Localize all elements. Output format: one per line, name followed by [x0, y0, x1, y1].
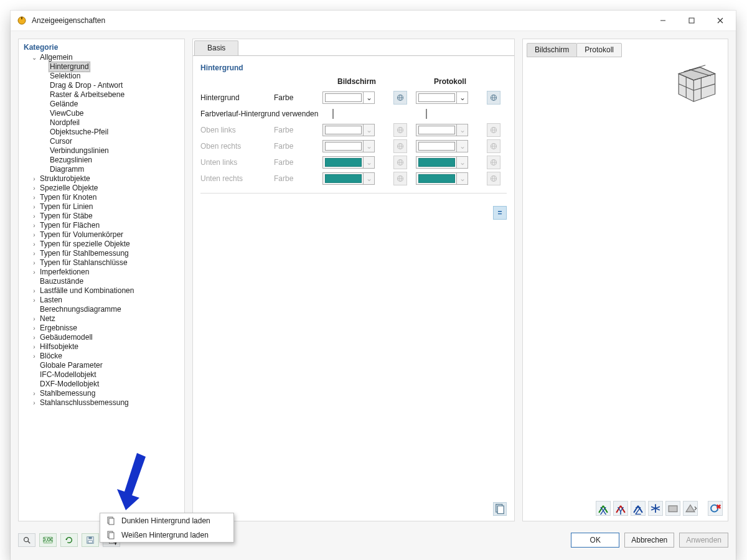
tree-item[interactable]: ›Netz — [19, 314, 184, 324]
chevron-down-icon: ⌄ — [363, 141, 374, 152]
checkbox-report[interactable] — [426, 109, 427, 119]
color-picker-screen[interactable]: ⌄ — [322, 91, 375, 104]
titlebar: Anzeigeeigenschaften — [11, 11, 736, 30]
tree-item[interactable]: Bezugslinien — [19, 156, 184, 165]
tree-item[interactable]: ›Typen für Flächen — [19, 221, 184, 230]
view-iso-button[interactable] — [648, 501, 663, 516]
row-type: Farbe — [274, 142, 322, 151]
tree-item[interactable]: Hintergrund — [19, 62, 184, 72]
tree-item[interactable]: Verbindungslinien — [19, 146, 184, 156]
tree-item[interactable]: ›Lasten — [19, 296, 184, 305]
refresh-button[interactable] — [60, 533, 78, 547]
chevron-right-icon[interactable]: › — [30, 389, 39, 398]
view-y-button[interactable]: Y — [613, 501, 628, 516]
tree-item[interactable]: ›Ergebnisse — [19, 324, 184, 333]
tree-item[interactable]: Cursor — [19, 137, 184, 146]
preview-tab-screen[interactable]: Bildschirm — [527, 43, 577, 57]
web-color-button-screen[interactable] — [393, 91, 407, 105]
reset-view-button[interactable] — [708, 501, 723, 516]
menu-item-white-bg[interactable]: Weißen Hintergrund laden — [100, 528, 233, 542]
chevron-right-icon[interactable]: › — [30, 174, 39, 184]
tree-item[interactable]: ›Typen für Stahlanschlüsse — [19, 258, 184, 268]
tree-item-label: Bezugslinien — [49, 156, 93, 165]
tree-item[interactable]: ›Gebäudemodell — [19, 333, 184, 342]
chevron-down-icon[interactable]: ⌄ — [30, 53, 39, 62]
chevron-right-icon[interactable]: › — [30, 212, 39, 221]
tree-item[interactable]: ›Strukturobjekte — [19, 174, 184, 184]
tree-item[interactable]: ›Typen für Linien — [19, 202, 184, 212]
tree-item[interactable]: ›Typen für Stäbe — [19, 212, 184, 221]
view-mode-grey1-button[interactable] — [665, 501, 680, 516]
tree-item[interactable]: Raster & Arbeitsebene — [19, 90, 184, 100]
chevron-right-icon[interactable]: › — [30, 352, 39, 361]
row-label: Unten links — [200, 158, 274, 167]
tree-item[interactable]: Globale Parameter — [19, 361, 184, 370]
preview-tab-report[interactable]: Protokoll — [576, 43, 622, 57]
tree-item[interactable]: Berechnungsdiagramme — [19, 305, 184, 314]
chevron-right-icon[interactable]: › — [30, 184, 39, 193]
tree-item[interactable]: DXF-Modellobjekt — [19, 380, 184, 389]
tree-item[interactable]: IFC-Modellobjekt — [19, 370, 184, 380]
tree-item[interactable]: ›Typen für spezielle Objekte — [19, 240, 184, 249]
tree-item[interactable]: ›Hilfsobjekte — [19, 342, 184, 352]
color-picker-report[interactable]: ⌄ — [416, 91, 468, 104]
tree-item[interactable]: ›Typen für Knoten — [19, 193, 184, 202]
chevron-right-icon[interactable]: › — [30, 286, 39, 296]
apply-button[interactable]: Anwenden — [679, 533, 728, 548]
tree-item-label: Typen für Flächen — [39, 221, 101, 230]
tree-item[interactable]: ›Lastfälle und Kombinationen — [19, 286, 184, 296]
chevron-right-icon[interactable]: › — [30, 240, 39, 249]
tree-item[interactable]: ›Imperfektionen — [19, 268, 184, 277]
tree-item[interactable]: ›Typen für Stahlbemessung — [19, 249, 184, 258]
column-header-report: Protokoll — [416, 77, 484, 86]
tree-item[interactable]: ViewCube — [19, 109, 184, 118]
menu-item-dark-bg[interactable]: Dunklen Hintergrund laden — [100, 513, 233, 528]
sync-columns-button[interactable]: = — [493, 206, 507, 220]
tree-item[interactable]: ›Stahlanschlussbemessung — [19, 398, 184, 408]
chevron-down-icon: ⌄ — [456, 157, 467, 168]
tree-item[interactable]: Bauzustände — [19, 277, 184, 286]
chevron-down-icon: ⌄ — [456, 92, 467, 103]
chevron-right-icon[interactable]: › — [30, 398, 39, 408]
copy-settings-button[interactable] — [493, 502, 507, 516]
tree-item[interactable]: ⌄Allgemein — [19, 53, 184, 62]
view-x-button[interactable]: X — [596, 501, 611, 516]
cancel-button[interactable]: Abbrechen — [624, 533, 674, 548]
maximize-button[interactable] — [677, 11, 706, 30]
view-mode-grey2-button[interactable] — [683, 501, 698, 516]
tree-item[interactable]: Drag & Drop - Antwort — [19, 81, 184, 90]
chevron-right-icon[interactable]: › — [30, 193, 39, 202]
numeric-settings-button[interactable]: 0,00 — [39, 533, 57, 547]
minimize-button[interactable] — [649, 11, 677, 30]
chevron-right-icon[interactable]: › — [30, 268, 39, 277]
chevron-right-icon[interactable]: › — [30, 314, 39, 324]
chevron-right-icon[interactable]: › — [30, 324, 39, 333]
chevron-right-icon[interactable]: › — [30, 333, 39, 342]
save-button[interactable] — [82, 533, 99, 547]
chevron-right-icon[interactable]: › — [30, 202, 39, 212]
category-tree[interactable]: ⌄AllgemeinHintergrundSelektionDrag & Dro… — [19, 53, 184, 521]
tree-item[interactable]: Objektsuche-Pfeil — [19, 128, 184, 137]
web-color-button-report[interactable] — [487, 91, 500, 105]
search-tool-button[interactable] — [18, 533, 35, 547]
tree-item[interactable]: Diagramm — [19, 165, 184, 174]
tree-item[interactable]: ›Blöcke — [19, 352, 184, 361]
chevron-right-icon[interactable]: › — [30, 296, 39, 305]
tree-item[interactable]: Nordpfeil — [19, 118, 184, 128]
ok-button[interactable]: OK — [571, 533, 619, 548]
chevron-right-icon[interactable]: › — [30, 258, 39, 268]
close-button[interactable] — [706, 11, 735, 30]
tree-item[interactable]: Selektion — [19, 72, 184, 81]
chevron-right-icon[interactable]: › — [30, 230, 39, 240]
chevron-right-icon[interactable]: › — [30, 342, 39, 352]
tree-item[interactable]: Gelände — [19, 100, 184, 109]
tree-item[interactable]: ›Spezielle Objekte — [19, 184, 184, 193]
row-type: Farbe — [274, 158, 322, 167]
checkbox-screen[interactable] — [332, 109, 334, 119]
view-z-button[interactable]: Z — [631, 501, 646, 516]
tree-item[interactable]: ›Typen für Volumenkörper — [19, 230, 184, 240]
chevron-right-icon[interactable]: › — [30, 249, 39, 258]
tab-basis[interactable]: Basis — [194, 40, 238, 55]
tree-item[interactable]: ›Stahlbemessung — [19, 389, 184, 398]
chevron-right-icon[interactable]: › — [30, 221, 39, 230]
